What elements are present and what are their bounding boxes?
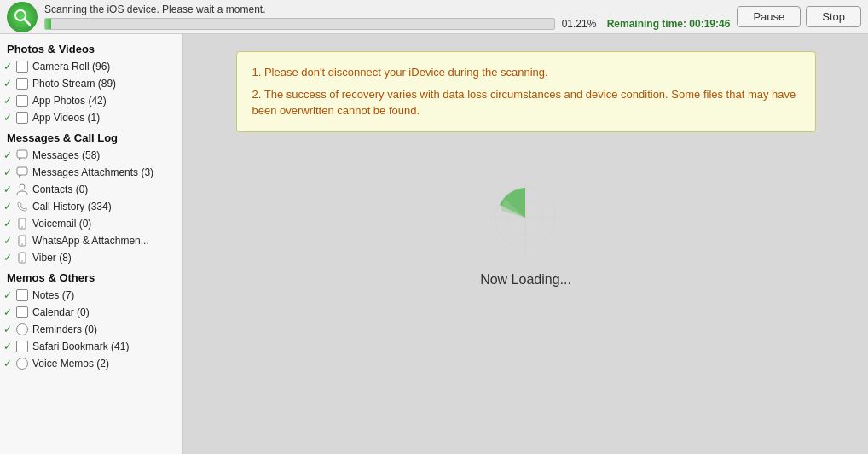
sidebar-item-label: Reminders (0) [32,323,97,335]
sidebar-item[interactable]: ✓Messages (58) [0,147,182,164]
sidebar-section-header: Photos & Videos [0,38,182,58]
sidebar-item[interactable]: ✓Camera Roll (96) [0,58,182,75]
sidebar-item-label: Voice Memos (2) [32,358,109,370]
item-icon [15,251,29,265]
progress-bar-container [44,18,555,30]
item-icon [15,60,29,73]
progress-bar-fill [45,19,51,29]
check-mark: ✓ [3,289,14,301]
item-icon [15,288,29,302]
header-buttons: Pause Stop [737,6,861,27]
sidebar-item[interactable]: ✓Notes (7) [0,287,182,304]
item-icon [15,94,29,108]
right-panel: 1. Please don't disconnect your iDevice … [183,34,868,454]
sidebar-item-label: WhatsApp & Attachmen... [32,235,149,247]
sidebar-item[interactable]: ✓Call History (334) [0,198,182,215]
sidebar-item-label: Messages Attachments (3) [32,166,153,178]
check-mark: ✓ [3,306,14,318]
item-icon [15,148,29,162]
item-icon [15,340,29,353]
info-line-1: 1. Please don't disconnect your iDevice … [252,64,800,81]
item-icon [15,183,29,196]
item-icon [15,306,29,319]
sidebar-item-label: Photo Stream (89) [32,78,116,90]
sidebar-item-label: Contacts (0) [32,183,88,195]
item-icon [15,77,29,90]
item-icon [15,234,29,247]
svg-rect-2 [17,150,27,158]
sidebar-item-label: Messages (58) [32,149,100,161]
sidebar-item[interactable]: ✓Reminders (0) [0,321,182,338]
sidebar-item-label: Calendar (0) [32,306,90,318]
check-mark: ✓ [3,235,14,247]
check-mark: ✓ [3,218,14,230]
check-mark: ✓ [3,112,14,124]
check-mark: ✓ [3,183,14,195]
main-content: Photos & Videos✓Camera Roll (96)✓Photo S… [0,34,868,454]
sidebar-item-label: Viber (8) [32,252,72,264]
svg-point-8 [21,226,23,228]
sidebar-item-label: App Videos (1) [32,112,100,124]
sidebar-item-label: Camera Roll (96) [32,61,110,73]
sidebar-item-label: Call History (334) [32,201,112,212]
item-icon [15,111,29,125]
sidebar-item[interactable]: ✓WhatsApp & Attachmen... [0,232,182,249]
svg-marker-5 [19,175,21,178]
progress-row: 01.21% Remaining time: 00:19:46 [44,18,730,30]
pause-button[interactable]: Pause [737,6,801,27]
item-icon [15,166,29,179]
sidebar: Photos & Videos✓Camera Roll (96)✓Photo S… [0,34,183,454]
sidebar-item[interactable]: ✓App Videos (1) [0,109,182,126]
sidebar-item[interactable]: ✓App Photos (42) [0,92,182,109]
check-mark: ✓ [3,201,14,212]
check-mark: ✓ [3,61,14,73]
sidebar-item-label: App Photos (42) [32,95,107,107]
sidebar-item[interactable]: ✓Safari Bookmark (41) [0,338,182,355]
sidebar-item[interactable]: ✓Voice Memos (2) [0,355,182,372]
info-box: 1. Please don't disconnect your iDevice … [236,51,816,132]
sidebar-item[interactable]: ✓Contacts (0) [0,181,182,198]
svg-rect-4 [17,167,27,175]
check-mark: ✓ [3,95,14,107]
check-mark: ✓ [3,323,14,335]
svg-point-10 [21,243,23,245]
scanning-text: Scanning the iOS device. Please wait a m… [44,3,730,15]
sidebar-item-label: Notes (7) [32,289,74,301]
sidebar-item[interactable]: ✓Messages Attachments (3) [0,164,182,181]
loading-area: Now Loading... [480,175,571,288]
item-icon [15,200,29,213]
item-icon [15,323,29,336]
check-mark: ✓ [3,252,14,264]
sidebar-item[interactable]: ✓Calendar (0) [0,304,182,321]
sidebar-item-label: Voicemail (0) [32,218,91,230]
info-line-2: 2. The success of recovery varies with d… [252,86,800,119]
svg-point-6 [20,184,25,189]
sidebar-item[interactable]: ✓Photo Stream (89) [0,75,182,92]
now-loading-text: Now Loading... [480,272,571,288]
sidebar-item-label: Safari Bookmark (41) [32,340,129,352]
check-mark: ✓ [3,166,14,178]
sidebar-item[interactable]: ✓Voicemail (0) [0,215,182,232]
svg-point-12 [21,260,23,262]
remaining-time: Remaining time: 00:19:46 [607,18,731,30]
header-middle: Scanning the iOS device. Please wait a m… [44,3,730,30]
svg-line-1 [25,20,30,25]
progress-percent: 01.21% [562,18,600,30]
check-mark: ✓ [3,340,14,352]
item-icon [15,217,29,230]
check-mark: ✓ [3,149,14,161]
stop-button[interactable]: Stop [806,6,861,27]
sidebar-section-header: Memos & Others [0,266,182,287]
check-mark: ✓ [3,358,14,370]
spinner-svg [483,175,568,260]
sidebar-item[interactable]: ✓Viber (8) [0,249,182,266]
scan-icon [7,2,38,32]
item-icon [15,357,29,370]
spinner-container [483,175,568,260]
svg-marker-3 [19,158,21,160]
check-mark: ✓ [3,78,14,90]
sidebar-section-header: Messages & Call Log [0,126,182,147]
header: Scanning the iOS device. Please wait a m… [0,0,868,34]
